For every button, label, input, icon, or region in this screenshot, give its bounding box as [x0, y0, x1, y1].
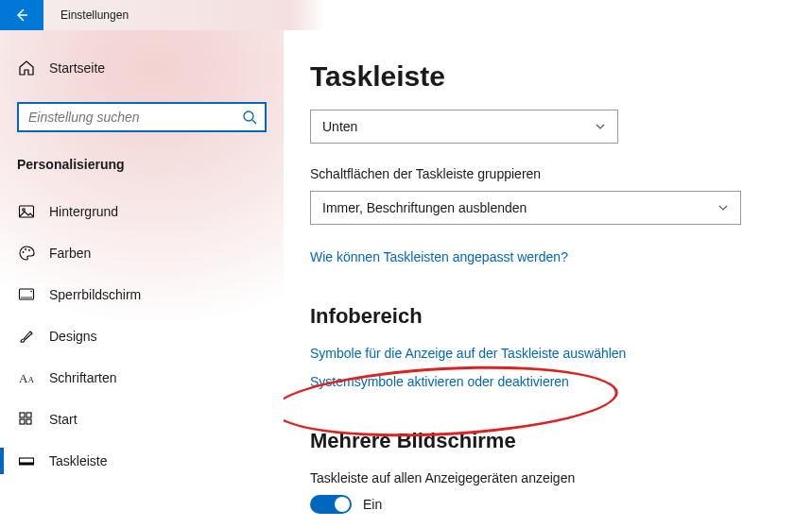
lock-screen-icon [17, 286, 36, 303]
chevron-down-icon [595, 121, 606, 132]
taskbar-icon [17, 452, 36, 469]
sidebar-item-label: Taskleiste [49, 453, 107, 468]
svg-point-2 [23, 209, 26, 212]
svg-rect-9 [26, 413, 31, 417]
sidebar-item-taskleiste[interactable]: Taskleiste [0, 440, 284, 482]
home-label: Startseite [49, 60, 105, 76]
toggle-state-text: Ein [363, 497, 382, 512]
sidebar: Startseite Personalisierung HintergrundF… [0, 30, 284, 527]
brush-icon [17, 328, 36, 345]
titlebar: Einstellungen [0, 0, 812, 30]
svg-point-7 [30, 291, 32, 293]
svg-point-5 [28, 249, 30, 251]
sidebar-item-start[interactable]: Start [0, 399, 284, 440]
image-icon [17, 203, 36, 220]
toggle-knob [335, 497, 350, 512]
show-on-all-displays-toggle[interactable] [310, 495, 352, 514]
main-pane: Taskleiste Unten Schaltflächen der Taskl… [284, 30, 812, 527]
svg-point-0 [244, 111, 253, 121]
sidebar-item-hintergrund[interactable]: Hintergrund [0, 191, 284, 232]
group-buttons-label: Schaltflächen der Taskleiste gruppieren [310, 166, 755, 181]
sidebar-item-label: Farben [49, 246, 91, 261]
svg-rect-8 [20, 413, 25, 417]
show-on-all-displays-label: Taskleiste auf allen Anzeigegeräten anze… [310, 470, 755, 485]
home-icon [17, 60, 36, 76]
sidebar-home[interactable]: Startseite [17, 51, 267, 85]
sidebar-item-schriftarten[interactable]: AASchriftarten [0, 357, 284, 399]
dropdown-value: Immer, Beschriftungen ausblenden [322, 200, 527, 215]
search-input[interactable] [26, 109, 242, 126]
sidebar-item-designs[interactable]: Designs [0, 315, 284, 357]
sidebar-nav: HintergrundFarbenSperrbildschirmDesignsA… [0, 191, 284, 482]
notification-area-title: Infobereich [310, 304, 755, 329]
sidebar-item-label: Start [49, 412, 78, 427]
sidebar-section-header: Personalisierung [17, 157, 267, 172]
chevron-down-icon [717, 202, 729, 213]
sidebar-item-farben[interactable]: Farben [0, 232, 284, 274]
svg-rect-1 [20, 206, 34, 217]
toggle-system-icons-link[interactable]: Systemsymbole aktivieren oder deaktivier… [310, 374, 755, 389]
sidebar-item-label: Hintergrund [49, 204, 118, 219]
sidebar-item-label: Sperrbildschirm [49, 287, 141, 302]
taskbar-position-dropdown[interactable]: Unten [310, 110, 618, 144]
multiple-displays-title: Mehrere Bildschirme [310, 429, 755, 453]
svg-point-4 [25, 248, 26, 250]
svg-rect-10 [20, 419, 25, 424]
svg-point-3 [23, 251, 25, 253]
group-buttons-dropdown[interactable]: Immer, Beschriftungen ausblenden [310, 191, 741, 225]
arrow-left-icon [14, 8, 29, 23]
back-button[interactable] [0, 0, 43, 30]
sidebar-item-label: Schriftarten [49, 370, 117, 385]
customize-taskbar-link[interactable]: Wie können Taskleisten angepasst werden? [310, 249, 755, 264]
page-title: Taskleiste [310, 60, 755, 93]
dropdown-value: Unten [322, 119, 357, 134]
search-input-wrapper[interactable] [17, 102, 267, 132]
select-taskbar-icons-link[interactable]: Symbole für die Anzeige auf der Taskleis… [310, 346, 755, 361]
svg-rect-13 [20, 463, 34, 466]
sidebar-item-label: Designs [49, 329, 97, 344]
font-icon: AA [17, 372, 36, 384]
svg-rect-11 [26, 419, 31, 424]
start-icon [17, 411, 36, 428]
sidebar-item-sperrbildschirm[interactable]: Sperrbildschirm [0, 274, 284, 315]
palette-icon [17, 245, 36, 262]
window-title: Einstellungen [43, 0, 129, 30]
search-icon [242, 110, 257, 125]
